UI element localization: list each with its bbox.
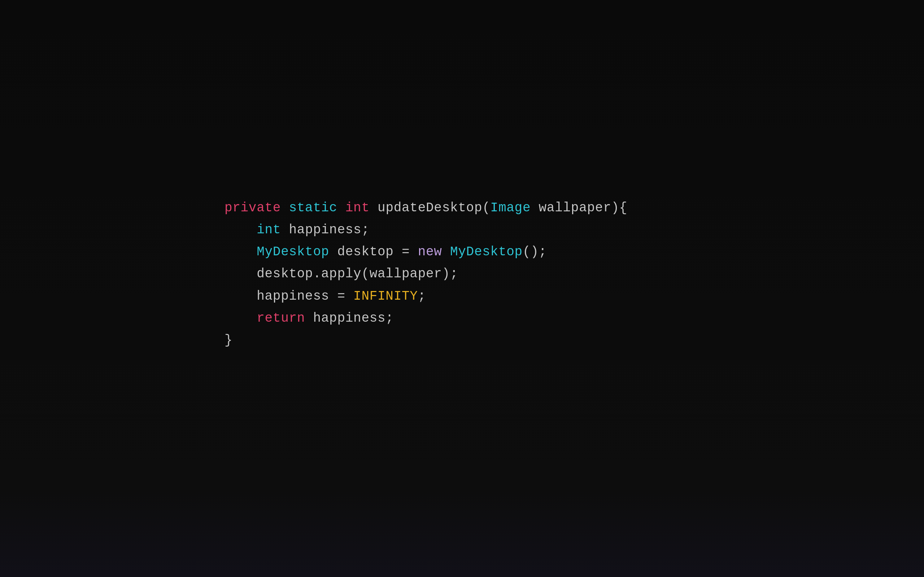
indent (225, 245, 257, 259)
type-mydesktop-1: MyDesktop (257, 245, 329, 259)
code-line-3: MyDesktop desktop = new MyDesktop(); (225, 241, 627, 263)
var-assign: desktop = (329, 245, 418, 259)
var-declaration: happiness; (281, 222, 370, 237)
keyword-int-2: int (257, 222, 281, 237)
keyword-private: private (225, 200, 281, 215)
space2 (442, 245, 450, 259)
space (281, 200, 289, 215)
code-line-2: int happiness; (225, 219, 627, 241)
method-call: desktop.apply(wallpaper); (225, 266, 458, 281)
constructor-call: (); (523, 245, 547, 259)
keyword-new: new (418, 245, 442, 259)
code-line-4: desktop.apply(wallpaper); (225, 263, 627, 285)
keyword-static: static (289, 200, 337, 215)
code-line-6: return happiness; (225, 307, 627, 329)
space (337, 200, 345, 215)
indent (225, 311, 257, 326)
code-line-5: happiness = INFINITY; (225, 285, 627, 307)
type-mydesktop-2: MyDesktop (450, 245, 523, 259)
indent (225, 222, 257, 237)
code-display: private static int updateDesktop(Image w… (225, 197, 627, 351)
assign-left: happiness = (225, 289, 353, 304)
closing-brace: } (225, 333, 233, 348)
type-image: Image (491, 200, 531, 215)
method-signature: updateDesktop( (370, 200, 491, 215)
code-line-7: } (225, 329, 627, 351)
code-line-1: private static int updateDesktop(Image w… (225, 197, 627, 219)
param-rest: wallpaper){ (531, 200, 627, 215)
desktop-background: private static int updateDesktop(Image w… (0, 0, 924, 577)
keyword-return: return (257, 311, 305, 326)
return-value: happiness; (305, 311, 394, 326)
const-infinity: INFINITY (353, 289, 418, 304)
semicolon: ; (418, 289, 426, 304)
keyword-int: int (346, 200, 370, 215)
